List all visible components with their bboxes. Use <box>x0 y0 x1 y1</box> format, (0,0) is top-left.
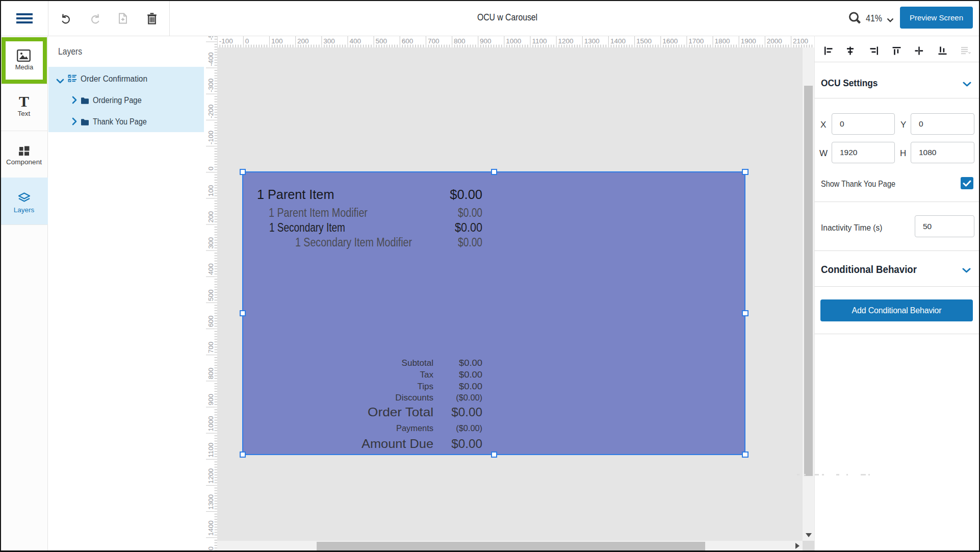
svg-text:1400: 1400 <box>207 520 215 536</box>
svg-text:800: 800 <box>454 37 466 45</box>
svg-text:600: 600 <box>207 315 215 327</box>
svg-text:900: 900 <box>480 37 492 45</box>
svg-text:2100: 2100 <box>793 37 808 45</box>
svg-text:1600: 1600 <box>662 37 678 45</box>
svg-text:1300: 1300 <box>207 494 215 510</box>
svg-text:800: 800 <box>207 368 215 380</box>
svg-text:0: 0 <box>207 167 215 171</box>
svg-text:500: 500 <box>207 289 215 301</box>
svg-text:700: 700 <box>207 342 215 354</box>
svg-text:700: 700 <box>428 37 440 45</box>
svg-text:2000: 2000 <box>767 37 782 45</box>
svg-text:400: 400 <box>207 263 215 275</box>
svg-text:1000: 1000 <box>506 37 521 45</box>
svg-text:100: 100 <box>207 185 215 197</box>
svg-text:900: 900 <box>207 394 215 406</box>
svg-text:0: 0 <box>245 37 249 45</box>
svg-text:1200: 1200 <box>207 468 215 484</box>
svg-text:600: 600 <box>402 37 414 45</box>
svg-text:1700: 1700 <box>688 37 704 45</box>
svg-text:200: 200 <box>207 211 215 223</box>
svg-text:300: 300 <box>323 37 335 45</box>
svg-text:400: 400 <box>349 37 361 45</box>
svg-text:200: 200 <box>297 37 309 45</box>
svg-text:-500: -500 <box>207 36 215 40</box>
svg-text:1200: 1200 <box>558 37 574 45</box>
svg-text:-100: -100 <box>219 37 233 45</box>
svg-text:1100: 1100 <box>532 37 547 45</box>
svg-text:1500: 1500 <box>207 546 215 551</box>
svg-text:-300: -300 <box>207 79 215 92</box>
svg-text:-100: -100 <box>207 131 215 144</box>
svg-text:-200: -200 <box>207 105 215 118</box>
svg-text:100: 100 <box>271 37 283 45</box>
svg-text:500: 500 <box>376 37 388 45</box>
svg-text:1000: 1000 <box>207 416 215 432</box>
svg-text:300: 300 <box>207 237 215 249</box>
svg-text:1300: 1300 <box>584 37 600 45</box>
svg-text:1800: 1800 <box>715 37 730 45</box>
svg-text:1500: 1500 <box>636 37 652 45</box>
svg-text:1400: 1400 <box>610 37 626 45</box>
svg-text:1900: 1900 <box>741 37 756 45</box>
svg-text:-400: -400 <box>207 52 215 66</box>
